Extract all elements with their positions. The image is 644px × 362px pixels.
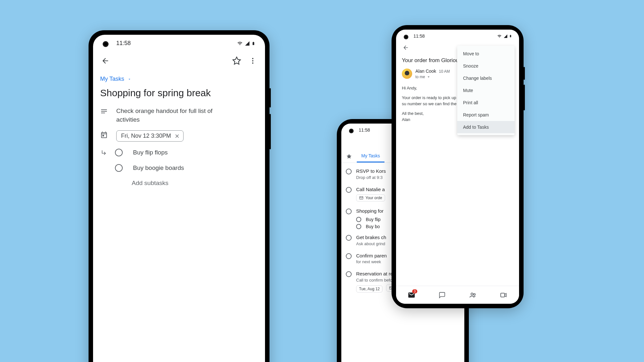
clear-date-icon[interactable] [174, 133, 180, 139]
status-bar: 11:58 [396, 30, 519, 41]
svg-point-0 [252, 58, 253, 59]
svg-point-5 [471, 293, 473, 295]
list-name: My Tasks [100, 76, 124, 82]
chat-icon [439, 292, 446, 299]
video-icon [500, 291, 507, 299]
task-checkbox[interactable] [346, 169, 352, 174]
more-vert-icon [249, 57, 257, 65]
status-bar: 11:58 [93, 35, 265, 49]
nav-chat[interactable] [436, 292, 448, 299]
nav-mail[interactable]: 3 [406, 291, 417, 299]
task-checkbox[interactable] [346, 209, 352, 214]
sender-time: 10 AM [439, 69, 450, 74]
subtask-checkbox[interactable] [115, 164, 123, 172]
svg-rect-7 [501, 293, 505, 297]
sender-to[interactable]: to me [415, 75, 450, 79]
task-checkbox[interactable] [346, 253, 352, 259]
menu-item-report-spam[interactable]: Report spam [457, 109, 515, 121]
mail-icon [359, 196, 364, 200]
camera-hole [404, 35, 408, 39]
chevron-down-icon [426, 75, 431, 79]
tab-starred[interactable] [341, 150, 357, 162]
add-subtask-button[interactable]: Add subtasks [93, 176, 265, 190]
task-checkbox[interactable] [346, 235, 352, 241]
people-icon [469, 291, 477, 299]
wifi-icon [497, 34, 502, 38]
status-time: 11:58 [413, 33, 425, 39]
nav-spaces[interactable] [467, 291, 479, 299]
date-chip[interactable]: Fri, Nov 12 3:30PM [116, 130, 184, 142]
task-checkbox[interactable] [356, 217, 361, 222]
subtask-checkbox[interactable] [115, 149, 123, 156]
menu-item-add-to-tasks[interactable]: Add to Tasks [457, 121, 515, 133]
task-checkbox[interactable] [346, 187, 352, 193]
date-icon [100, 131, 108, 139]
signal-icon [244, 41, 250, 46]
task-chip[interactable]: Your orde [356, 194, 385, 201]
svg-point-6 [473, 293, 475, 295]
back-button[interactable] [100, 56, 110, 66]
bottom-nav: 3 [396, 286, 519, 304]
task-title[interactable]: Shopping for spring break [93, 86, 265, 104]
dropdown-icon [128, 77, 131, 81]
back-button[interactable] [402, 44, 410, 51]
camera-hole [349, 129, 354, 133]
camera-hole [103, 41, 109, 47]
arrow-back-icon [101, 57, 109, 65]
menu-item-snooze[interactable]: Snooze [457, 60, 515, 72]
star-button[interactable] [232, 56, 242, 66]
subtask-text[interactable]: Buy boogie boards [133, 164, 184, 172]
task-checkbox[interactable] [346, 271, 352, 277]
more-button[interactable] [248, 56, 258, 66]
subtask-arrow-icon [100, 149, 108, 156]
avatar[interactable] [402, 69, 412, 79]
phone-task-detail: 11:58 My Tasks Shopping for spring break [89, 30, 270, 362]
menu-item-print-all[interactable]: Print all [457, 97, 515, 109]
signal-icon [503, 34, 508, 38]
star-icon [346, 153, 352, 159]
battery-icon [509, 34, 512, 38]
list-selector[interactable]: My Tasks [93, 70, 265, 86]
svg-point-2 [252, 62, 253, 64]
star-outline-icon [232, 56, 241, 65]
task-chip[interactable]: Tue, Aug 12 [356, 285, 383, 292]
status-time: 11:58 [359, 127, 370, 133]
overflow-menu: Move to Snooze Change labels Mute Print … [457, 46, 515, 135]
menu-item-mute[interactable]: Mute [457, 84, 515, 97]
battery-icon [251, 41, 255, 46]
svg-point-1 [252, 60, 253, 61]
wifi-icon [237, 41, 243, 46]
menu-item-move-to[interactable]: Move to [457, 48, 515, 60]
phone-gmail-email: 11:58 Your order from Glorious F Alan Co… [392, 25, 524, 308]
status-time: 11:58 [116, 40, 131, 47]
sender-name: Alan Cook [415, 69, 436, 74]
tab-my-tasks[interactable]: My Tasks [357, 150, 384, 162]
task-description[interactable]: Check orange handout for full list of ac… [116, 107, 232, 124]
subtask-text[interactable]: Buy flip flops [133, 149, 168, 156]
arrow-back-icon [402, 44, 409, 51]
description-icon [100, 107, 108, 115]
nav-meet[interactable] [498, 291, 509, 299]
task-checkbox[interactable] [356, 224, 361, 229]
date-chip-text: Fri, Nov 12 3:30PM [121, 133, 171, 139]
menu-item-change-labels[interactable]: Change labels [457, 72, 515, 84]
mail-badge: 3 [412, 289, 417, 293]
